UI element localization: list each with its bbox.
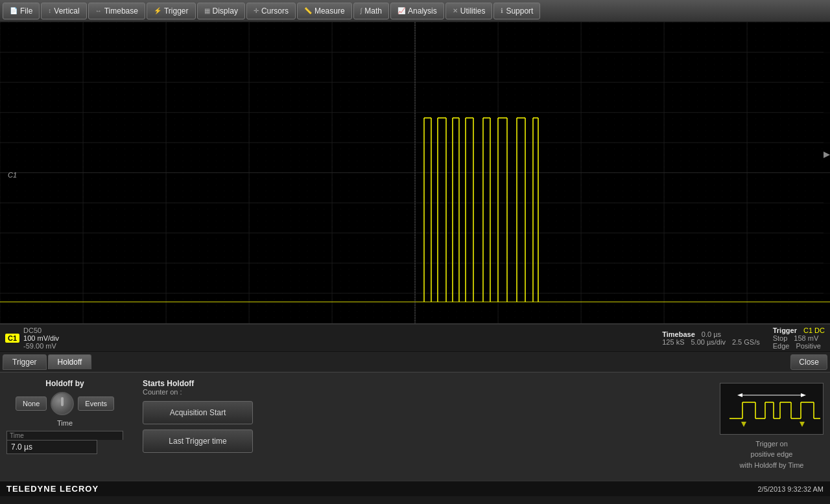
bottom-bar: TELEDYNE LECROY 2/5/2013 9:32:32 AM xyxy=(0,481,830,496)
time-label: Time xyxy=(6,419,123,427)
starts-holdoff-title: Starts Holdoff Counter on : xyxy=(143,379,272,396)
datetime-label: 2/5/2013 9:32:32 AM xyxy=(757,485,824,493)
time-field-label: Time xyxy=(6,431,123,440)
holdoff-section: Holdoff by None Events Time Time xyxy=(6,379,123,474)
timebase-offset: 0.0 µs xyxy=(702,330,721,338)
vertical-icon: ↕ xyxy=(48,7,51,14)
trigger-stop: Stop xyxy=(773,334,788,342)
menu-timebase-label: Timebase xyxy=(104,6,138,16)
ch1-status: C1 DC50 100 mV/div -59.00 mV xyxy=(5,326,59,350)
scope-grid-svg: C1 xyxy=(0,22,830,323)
file-icon: 📄 xyxy=(10,7,18,14)
trigger-slope: Positive xyxy=(796,342,821,350)
panel-content: Holdoff by None Events Time Time Starts … xyxy=(0,372,830,481)
tab-holdoff[interactable]: Holdoff xyxy=(48,354,92,369)
trigger-icon: ⚡ xyxy=(154,7,161,14)
scope-display: C1 xyxy=(0,22,830,323)
utilities-icon: ✕ xyxy=(453,7,458,14)
holdoff-buttons-group: None Events xyxy=(6,392,123,415)
close-panel-button[interactable]: Close xyxy=(790,354,827,370)
panel-area: Trigger Holdoff Close Holdoff by None Ev… xyxy=(0,352,830,481)
status-bar: C1 DC50 100 mV/div -59.00 mV Timebase 0.… xyxy=(0,323,830,352)
trigger-level: 158 mV xyxy=(794,334,818,342)
menu-vertical-label: Vertical xyxy=(54,6,79,16)
time-input[interactable] xyxy=(6,440,97,454)
ch1-offset: -59.00 mV xyxy=(23,342,59,350)
holdoff-knob[interactable] xyxy=(51,392,74,415)
tab-trigger[interactable]: Trigger xyxy=(3,354,47,370)
acquisition-start-button[interactable]: Acquisition Start xyxy=(143,401,253,424)
measure-icon: 📏 xyxy=(304,7,312,14)
diagram-section: Trigger on positive edge with Holdoff by… xyxy=(720,379,824,474)
holdoff-by-title: Holdoff by xyxy=(6,379,123,388)
events-button[interactable]: Events xyxy=(78,396,114,411)
menu-support[interactable]: ℹ Support xyxy=(493,3,540,19)
menu-analysis[interactable]: 📈 Analysis xyxy=(390,3,444,19)
brand-label: TELEDYNE LECROY xyxy=(6,484,99,494)
last-trigger-button[interactable]: Last Trigger time xyxy=(143,430,253,453)
menu-trigger-label: Trigger xyxy=(164,6,189,16)
starts-section: Starts Holdoff Counter on : Acquisition … xyxy=(143,379,272,474)
menu-file[interactable]: 📄 File xyxy=(3,3,40,19)
trigger-ch: C1 DC xyxy=(803,326,825,334)
waveform-diagram xyxy=(720,383,824,435)
trigger-title: Trigger xyxy=(773,326,797,334)
trigger-group: Trigger C1 DC Stop 158 mV Edge Positive xyxy=(773,326,825,350)
ch1-vdiv: 100 mV/div xyxy=(23,334,59,342)
timebase-icon: ↔ xyxy=(95,7,102,14)
display-icon: ▦ xyxy=(204,7,210,14)
menu-measure[interactable]: 📏 Measure xyxy=(297,3,352,19)
none-button[interactable]: None xyxy=(16,396,47,411)
menu-measure-label: Measure xyxy=(314,6,345,16)
status-right-group: Timebase 0.0 µs 125 kS 5.00 µs/div 2.5 G… xyxy=(662,326,825,350)
menu-timebase[interactable]: ↔ Timebase xyxy=(88,3,145,19)
tabs-bar: Trigger Holdoff Close xyxy=(0,352,830,372)
menu-cursors[interactable]: ✛ Cursors xyxy=(246,3,296,19)
timebase-sr: 2.5 GS/s xyxy=(732,338,760,346)
menu-utilities-label: Utilities xyxy=(460,6,486,16)
menu-display[interactable]: ▦ Display xyxy=(197,3,245,19)
timebase-mem: 125 kS xyxy=(662,338,684,346)
counter-on-label: Counter on : xyxy=(143,388,272,396)
menu-file-label: File xyxy=(20,6,32,16)
menu-display-label: Display xyxy=(213,6,238,16)
diagram-caption: Trigger on positive edge with Holdoff by… xyxy=(740,439,804,471)
ch1-coupling: DC50 xyxy=(23,326,59,334)
support-icon: ℹ xyxy=(501,7,503,14)
diagram-line3: with Holdoff by Time xyxy=(740,460,804,471)
menu-support-label: Support xyxy=(506,6,533,16)
menu-analysis-label: Analysis xyxy=(408,6,437,16)
ch1-info: DC50 100 mV/div -59.00 mV xyxy=(23,326,59,350)
diagram-svg xyxy=(723,386,820,431)
ch1-badge: C1 xyxy=(5,334,19,343)
cursors-icon: ✛ xyxy=(254,7,259,14)
trigger-edge: Edge xyxy=(773,342,790,350)
timebase-div: 5.00 µs/div xyxy=(691,338,725,346)
analysis-icon: 📈 xyxy=(397,7,405,14)
starts-title-text: Starts Holdoff xyxy=(143,379,272,388)
menu-math-label: Math xyxy=(364,6,382,16)
menu-trigger[interactable]: ⚡ Trigger xyxy=(147,3,196,19)
timebase-group: Timebase 0.0 µs 125 kS 5.00 µs/div 2.5 G… xyxy=(662,330,759,346)
menu-bar: 📄 File ↕ Vertical ↔ Timebase ⚡ Trigger ▦… xyxy=(0,0,830,22)
menu-utilities[interactable]: ✕ Utilities xyxy=(445,3,493,19)
menu-vertical[interactable]: ↕ Vertical xyxy=(41,3,86,19)
menu-cursors-label: Cursors xyxy=(261,6,289,16)
time-input-group: Time xyxy=(6,431,123,454)
diagram-line1: Trigger on xyxy=(740,439,804,450)
timebase-title: Timebase xyxy=(662,330,695,338)
svg-rect-54 xyxy=(723,386,820,431)
math-icon: ∫ xyxy=(361,7,362,14)
diagram-line2: positive edge xyxy=(740,449,804,460)
menu-math[interactable]: ∫ Math xyxy=(353,3,389,19)
svg-text:C1: C1 xyxy=(8,171,17,179)
